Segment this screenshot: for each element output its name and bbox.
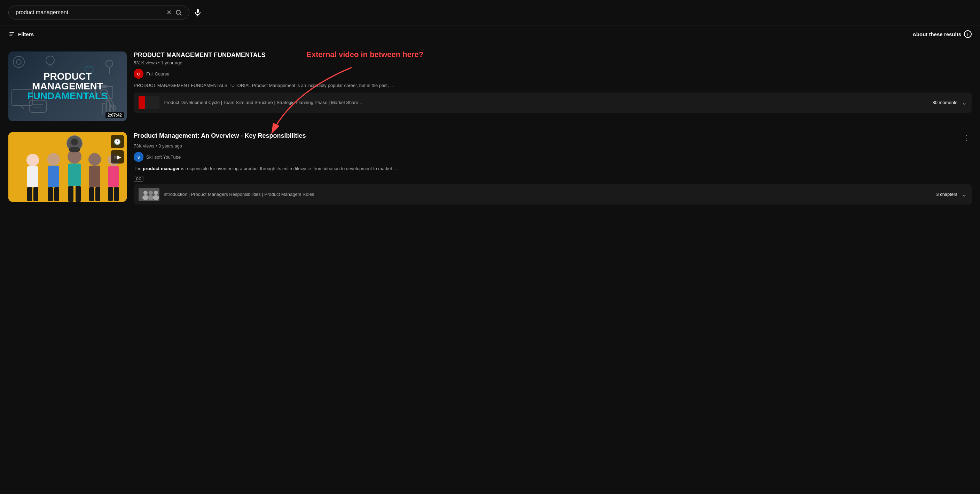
duration-badge-1: 2:07:42: [105, 112, 124, 118]
mic-button[interactable]: [194, 8, 202, 17]
skillsoft-icon: S: [134, 152, 143, 162]
filters-row: Filters About these results i: [0, 25, 980, 43]
svg-rect-31: [27, 166, 38, 187]
thumb2-icons: 🕐 ≡▶: [111, 135, 124, 164]
search-input[interactable]: [16, 10, 163, 16]
channel-name-2[interactable]: Skillsoft YouTube: [146, 154, 181, 160]
chapters-thumb-2: [138, 188, 159, 201]
svg-text:S: S: [137, 156, 140, 159]
svg-rect-35: [48, 165, 59, 187]
channel-avatar-2: S: [134, 152, 143, 162]
expand-moments-1[interactable]: ⌄: [961, 99, 967, 106]
thumb2-people: [8, 132, 127, 202]
svg-point-58: [149, 191, 153, 195]
result-item-2: 🕐 ≡▶ Product Management: An Overview - K…: [8, 132, 972, 205]
video-title-1[interactable]: PRODUCT MANAGEMENT FUNDAMENTALS: [134, 51, 972, 59]
playlist-icon-btn[interactable]: ≡▶: [111, 150, 124, 164]
moments-count-1: 80 moments: [932, 100, 958, 105]
svg-rect-44: [89, 187, 94, 201]
thumb1-line2: MANAGEMENT: [27, 81, 108, 91]
svg-rect-36: [48, 187, 53, 201]
courses-icon: C: [134, 69, 143, 79]
svg-rect-2: [197, 9, 199, 13]
svg-point-34: [47, 153, 60, 165]
chapters-count-2: 3 chapters: [936, 192, 958, 197]
svg-rect-47: [108, 166, 119, 187]
cc-badge: CC: [134, 176, 143, 182]
channel-row-2: S Skillsoft YouTube: [134, 152, 972, 162]
three-dots-menu-2[interactable]: ⋮: [962, 132, 972, 143]
svg-rect-43: [89, 165, 100, 187]
views-1: 531K views: [134, 60, 157, 65]
filters-button[interactable]: Filters: [8, 31, 34, 38]
desc-suffix-2: is responsible for overseeing a product …: [180, 166, 397, 171]
description-text-1: PRODUCT MANAGEMENT FUNDAMENTALS TUTORIAL…: [134, 83, 394, 88]
video-info-2: Product Management: An Overview - Key Re…: [134, 132, 972, 205]
svg-point-42: [88, 153, 101, 165]
mic-icon: [194, 8, 202, 17]
svg-rect-32: [27, 187, 32, 201]
result-item-1: PRODUCT MANAGEMENT FUNDAMENTALS 2:07:42 …: [8, 51, 972, 121]
svg-rect-40: [68, 186, 73, 202]
channel-avatar-1: C: [134, 69, 143, 79]
thumb1-line1: PRODUCT: [27, 71, 108, 81]
main-content: External video in between here?: [0, 43, 980, 213]
moments-text-1: Product Development Cycle | Team Size an…: [164, 100, 928, 105]
svg-rect-41: [76, 186, 81, 202]
svg-point-0: [176, 10, 180, 14]
svg-line-1: [180, 14, 182, 16]
search-icon: [175, 9, 182, 16]
moments-thumb-1: [138, 96, 159, 109]
svg-text:C: C: [137, 72, 140, 76]
description-2: The product manager is responsible for o…: [134, 165, 972, 172]
svg-rect-39: [68, 164, 81, 186]
time-ago-1: 1 year ago: [161, 60, 182, 65]
moments-bar-1[interactable]: Product Development Cycle | Team Size an…: [134, 92, 972, 113]
video-meta-2: 73K views • 3 years ago: [134, 143, 972, 149]
video-meta-1: 531K views • 1 year ago: [134, 60, 972, 65]
info-button[interactable]: i: [964, 30, 972, 38]
header: ✕: [0, 0, 980, 25]
views-2: 73K views: [134, 143, 154, 149]
about-results-text: About these results: [912, 31, 961, 37]
svg-point-56: [143, 191, 148, 195]
svg-point-61: [153, 195, 159, 200]
svg-rect-48: [108, 187, 113, 201]
thumbnail-1[interactable]: PRODUCT MANAGEMENT FUNDAMENTALS 2:07:42: [8, 51, 127, 121]
svg-rect-49: [114, 187, 119, 201]
filter-icon: [8, 31, 15, 38]
watch-later-icon-btn[interactable]: 🕐: [111, 135, 124, 148]
time-ago-2: 3 years ago: [158, 143, 182, 149]
thumb1-line3: FUNDAMENTALS: [27, 91, 108, 101]
expand-chapters-2[interactable]: ⌄: [961, 191, 967, 198]
thumb1-text: PRODUCT MANAGEMENT FUNDAMENTALS: [22, 66, 113, 106]
video-title-2[interactable]: Product Management: An Overview - Key Re…: [134, 132, 305, 140]
description-1: PRODUCT MANAGEMENT FUNDAMENTALS TUTORIAL…: [134, 82, 972, 89]
desc-bold-2: product manager: [143, 166, 180, 171]
search-button[interactable]: [175, 9, 182, 16]
svg-point-60: [154, 191, 158, 195]
svg-point-10: [16, 59, 21, 64]
svg-rect-37: [54, 187, 59, 201]
channel-name-1[interactable]: Full Course: [146, 71, 169, 76]
chapters-text-2: Introduction | Product Managers Responsi…: [164, 192, 932, 197]
search-bar: ✕: [8, 6, 189, 19]
about-results: About these results i: [912, 30, 972, 38]
chapters-thumb-icon: [138, 188, 159, 201]
chapters-bar-2[interactable]: Introduction | Product Managers Responsi…: [134, 184, 972, 205]
svg-rect-45: [95, 187, 100, 201]
desc-prefix-2: The: [134, 166, 143, 171]
svg-point-30: [27, 154, 39, 166]
clear-button[interactable]: ✕: [166, 9, 172, 16]
filters-label: Filters: [18, 31, 34, 37]
video-info-1: PRODUCT MANAGEMENT FUNDAMENTALS 531K vie…: [134, 51, 972, 113]
svg-rect-33: [33, 187, 38, 201]
svg-point-51: [71, 138, 78, 145]
channel-row-1: C Full Course: [134, 69, 972, 79]
svg-point-52: [69, 147, 80, 152]
thumbnail-2[interactable]: 🕐 ≡▶: [8, 132, 127, 202]
svg-point-11: [46, 56, 54, 64]
